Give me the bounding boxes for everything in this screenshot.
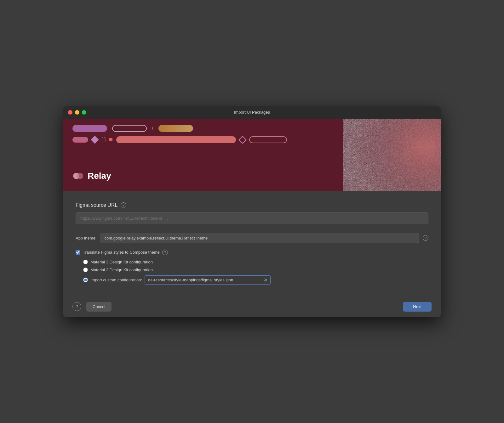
radio-m2[interactable] <box>83 268 88 272</box>
radio-custom[interactable] <box>83 278 88 282</box>
banner: / [ ] Relay <box>63 119 441 191</box>
maximize-button[interactable] <box>82 110 86 115</box>
radio-m2-row: Material 2 Design Kit configuration <box>83 268 428 272</box>
slash-icon: / <box>152 125 153 132</box>
app-theme-input[interactable] <box>100 233 419 243</box>
figma-url-help-icon[interactable]: ? <box>121 202 126 208</box>
window-controls <box>68 110 86 115</box>
banner-row-1: / <box>72 125 432 132</box>
content-area: Figma source URL ? App theme: ? Translat… <box>63 191 441 296</box>
diamond-icon <box>91 136 99 144</box>
app-theme-help-icon[interactable]: ? <box>423 235 428 241</box>
radio-m3-label[interactable]: Material 3 Design Kit configuration <box>90 260 153 264</box>
pill-outline-1 <box>112 125 147 132</box>
figma-url-input[interactable] <box>76 212 428 224</box>
figma-url-label: Figma source URL <box>76 202 117 208</box>
custom-config-value: ge-resources/style-mappings/figma_styles… <box>148 278 233 282</box>
translate-help-icon[interactable]: ? <box>162 250 168 255</box>
figma-url-section: Figma source URL ? <box>76 202 428 208</box>
small-pill <box>72 137 88 143</box>
next-button[interactable]: Next <box>403 302 432 312</box>
pill-outline-2 <box>249 136 287 143</box>
main-window: Import UI Packages <box>63 106 441 317</box>
radio-custom-row: Import custom configuration: ge-resource… <box>83 275 428 285</box>
radio-m2-label[interactable]: Material 2 Design Kit configuration <box>90 268 153 272</box>
relay-logo-icon <box>72 170 84 182</box>
banner-row-2: [ ] <box>72 136 432 143</box>
window-title: Import UI Packages <box>234 110 270 115</box>
diamond-outline-icon <box>239 136 247 144</box>
cancel-button[interactable]: Cancel <box>86 302 112 312</box>
pill-long <box>116 136 236 143</box>
banner-logo: Relay <box>72 170 111 182</box>
footer-left: ? Cancel <box>72 302 112 312</box>
svg-point-5 <box>77 173 83 179</box>
small-square-icon <box>109 138 112 141</box>
relay-logo-text: Relay <box>88 171 111 181</box>
translate-checkbox-label[interactable]: Translate Figma styles to Compose theme … <box>83 250 168 255</box>
minimize-button[interactable] <box>75 110 79 115</box>
titlebar: Import UI Packages <box>63 106 441 119</box>
translate-checkbox-row: Translate Figma styles to Compose theme … <box>76 250 428 255</box>
radio-custom-label[interactable]: Import custom configuration: <box>90 278 142 282</box>
footer: ? Cancel Next <box>63 296 441 317</box>
help-button[interactable]: ? <box>72 302 81 311</box>
translate-checkbox[interactable] <box>76 250 80 255</box>
folder-browse-icon[interactable]: 🗂 <box>263 278 267 282</box>
app-theme-label: App theme: <box>76 236 97 240</box>
bracket-icon: [ ] <box>101 137 106 143</box>
radio-m3-row: Material 3 Design Kit configuration <box>83 260 428 264</box>
banner-decorative: / [ ] <box>63 119 441 191</box>
radio-group: Material 3 Design Kit configuration Mate… <box>83 260 428 285</box>
pill-purple <box>72 125 107 132</box>
close-button[interactable] <box>68 110 72 115</box>
radio-m3[interactable] <box>83 260 88 264</box>
app-theme-row: App theme: ? <box>76 233 428 243</box>
pill-gradient <box>158 125 193 132</box>
custom-config-field[interactable]: ge-resources/style-mappings/figma_styles… <box>145 275 271 285</box>
